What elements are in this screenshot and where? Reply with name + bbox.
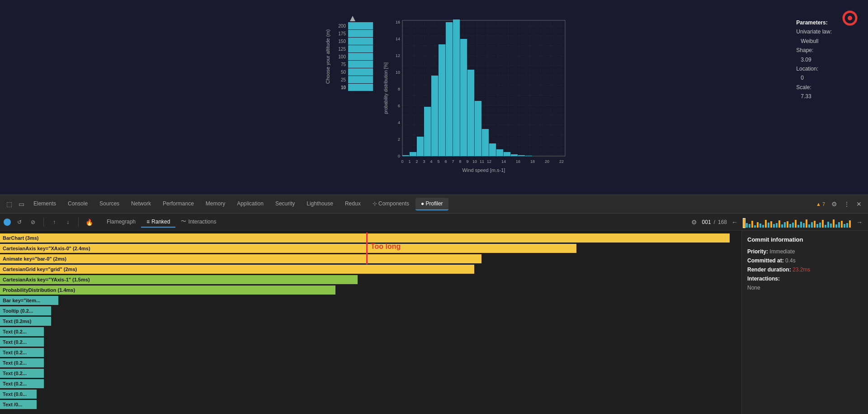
tab-flamegraph[interactable]: Flamegraph (101, 217, 141, 228)
tab-memory[interactable]: Memory (200, 198, 231, 210)
commit-bar-mini[interactable] (743, 219, 745, 227)
ranked-item[interactable]: Text (0.2... (0, 337, 741, 347)
commit-bar-mini[interactable] (792, 223, 794, 227)
commit-bar-mini[interactable] (827, 222, 829, 227)
warning-count: 7 (822, 201, 825, 207)
svg-rect-29 (511, 154, 518, 156)
commit-bar-mini[interactable] (830, 224, 832, 228)
ranked-item[interactable]: Bar key="item... (0, 295, 741, 305)
ranked-item[interactable]: Tooltip (0.2... (0, 306, 741, 316)
ranked-item[interactable]: BarChart (3ms) (0, 233, 741, 243)
device-icon[interactable]: ▭ (16, 199, 27, 209)
commit-bar-mini[interactable] (849, 220, 851, 228)
ranked-item[interactable]: ProbabilityDistribution (1.4ms) (0, 285, 741, 295)
commit-bar-mini[interactable] (778, 220, 780, 228)
commit-bar-mini[interactable] (825, 225, 826, 227)
ranked-item[interactable]: CartesianAxis key="XAxis-0" (2.4ms) (0, 243, 741, 253)
tab-profiler[interactable]: ● Profiler (415, 198, 448, 210)
ranked-item[interactable]: Text (0.0... (0, 389, 741, 399)
commit-bar-mini[interactable] (797, 225, 799, 228)
ranked-item[interactable]: Animate key="bar-0" (2ms) (0, 254, 741, 264)
ranked-item[interactable]: Text (0.2... (0, 368, 741, 378)
commit-bar-mini[interactable] (808, 224, 810, 227)
commit-bar-mini[interactable] (846, 223, 848, 228)
ranked-bar: Tooltip (0.2... (0, 306, 51, 315)
record-button[interactable] (4, 219, 11, 226)
commit-bar-mini[interactable] (760, 224, 761, 227)
chart-area: Parameters: Univariate law: Weibull Shap… (0, 0, 868, 195)
settings-icon[interactable]: ⚙ (829, 199, 840, 209)
commit-bar-mini[interactable] (776, 223, 778, 228)
commit-bar-mini[interactable] (754, 225, 756, 228)
commit-bar-mini[interactable] (795, 220, 797, 227)
commit-bar-mini[interactable] (822, 220, 824, 227)
commit-bar-mini[interactable] (751, 221, 753, 227)
tab-lighthouse[interactable]: Lighthouse (301, 198, 339, 210)
commit-bar-mini[interactable] (746, 223, 748, 228)
close-icon[interactable]: ✕ (854, 199, 864, 209)
tab-network[interactable]: Network (126, 198, 156, 210)
commit-bar-mini[interactable] (773, 224, 775, 227)
commit-bar-mini[interactable] (787, 221, 788, 228)
commit-bar-mini[interactable] (770, 221, 772, 227)
commit-bar-mini[interactable] (816, 224, 818, 228)
committed-at-row: Committed at: 0.4s (747, 257, 863, 264)
commit-bar-mini[interactable] (800, 222, 802, 228)
univariate-law-label: Univariate law: (796, 27, 832, 36)
tab-performance[interactable]: Performance (157, 198, 199, 210)
tab-elements[interactable]: Elements (28, 198, 61, 210)
ranked-item[interactable]: Text (0.2... (0, 358, 741, 368)
commit-bar-mini[interactable] (803, 223, 805, 227)
more-options-icon[interactable]: ⋮ (841, 199, 853, 209)
commit-bar-mini[interactable] (838, 222, 840, 227)
location-value: 0 (796, 73, 832, 82)
ranked-item[interactable]: Text (0.2... (0, 327, 741, 337)
commit-bar-mini[interactable] (811, 222, 813, 227)
tab-interactions[interactable]: 〜 Interactions (175, 216, 222, 228)
ranked-item[interactable]: Text /0... (0, 400, 741, 409)
commit-bar-mini[interactable] (835, 224, 837, 227)
tab-redux[interactable]: Redux (340, 198, 366, 210)
tab-security[interactable]: Security (270, 198, 300, 210)
ranked-item[interactable]: CartesianGrid key="grid" (2ms) (0, 264, 741, 274)
prev-commit-button[interactable]: ← (730, 218, 740, 227)
tab-ranked[interactable]: ≡ Ranked (141, 217, 175, 228)
commit-bar-mini[interactable] (819, 223, 821, 227)
import-button[interactable]: ↓ (63, 217, 73, 227)
ranked-item[interactable]: Text (0.2ms) (0, 316, 741, 326)
clear-button[interactable]: ⊘ (28, 217, 38, 227)
export-button[interactable]: ↑ (49, 217, 59, 227)
committed-at-label: Committed at: (747, 257, 784, 264)
reload-button[interactable]: ↺ (14, 217, 24, 227)
svg-text:0: 0 (401, 159, 403, 164)
view-tabs: Flamegraph ≡ Ranked 〜 Interactions (101, 216, 222, 228)
commit-bar-mini[interactable] (765, 220, 767, 228)
altitude-bar-row: 75 (332, 61, 373, 68)
commit-bar-mini[interactable] (749, 224, 750, 227)
commit-bar-mini[interactable] (757, 222, 759, 228)
tab-console[interactable]: Console (62, 198, 93, 210)
commit-bar-mini[interactable] (814, 221, 816, 228)
commit-bar-mini[interactable] (844, 224, 845, 227)
next-commit-button[interactable]: → (854, 218, 864, 227)
commit-bar-mini[interactable] (784, 222, 786, 228)
svg-text:12: 12 (487, 159, 491, 164)
commit-settings-button[interactable]: ⚙ (689, 217, 699, 227)
tab-sources[interactable]: Sources (94, 198, 125, 210)
commit-bar-mini[interactable] (781, 224, 783, 228)
altitude-bars-container: 20017515012510075502510 (332, 22, 373, 91)
commit-bar-mini[interactable] (841, 221, 843, 228)
commit-bar-mini[interactable] (833, 219, 835, 227)
interactions-label: Interactions (188, 219, 216, 225)
flame-icon[interactable]: 🔥 (84, 217, 94, 227)
ranked-item[interactable]: Text (0.2... (0, 379, 741, 389)
tab-application[interactable]: Application (231, 198, 269, 210)
commit-bar-mini[interactable] (806, 219, 807, 228)
tab-components[interactable]: ⊹ Components (367, 198, 415, 210)
commit-bar-mini[interactable] (762, 225, 764, 228)
commit-bar-mini[interactable] (789, 224, 791, 228)
inspect-icon[interactable]: ⬚ (4, 199, 15, 209)
ranked-item[interactable]: Text (0.2... (0, 347, 741, 357)
ranked-item[interactable]: CartesianAxis key="YAxis-1" (1.5ms) (0, 275, 741, 285)
commit-bar-mini[interactable] (768, 223, 769, 228)
